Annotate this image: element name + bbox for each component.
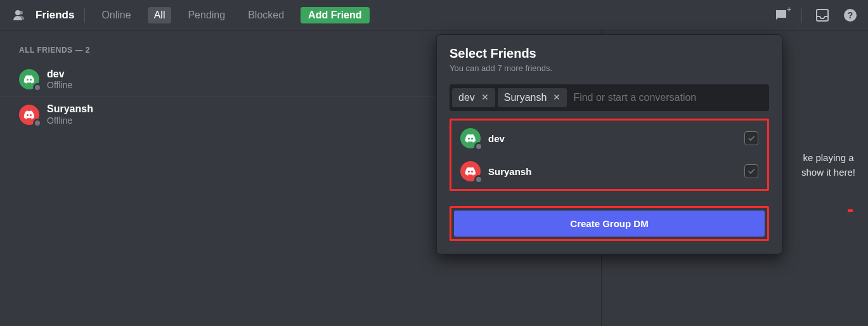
friend-search-bar[interactable]: dev Suryansh: [450, 84, 769, 111]
activity-hint-line: show it here!: [801, 166, 855, 180]
friends-icon: [10, 8, 25, 23]
candidate-name: dev: [488, 133, 505, 144]
chip-label: dev: [458, 92, 475, 103]
friend-search-input[interactable]: [569, 89, 767, 106]
divider: [801, 8, 802, 23]
new-group-dm-icon[interactable]: +: [774, 8, 789, 23]
avatar: [19, 105, 39, 125]
popout-subtitle: You can add 7 more friends.: [450, 63, 769, 73]
avatar: [19, 69, 39, 89]
avatar: [460, 128, 481, 148]
candidate-list: dev Suryansh: [450, 119, 769, 191]
inbox-icon[interactable]: [815, 8, 830, 23]
toolbar-right: + ?: [774, 8, 858, 23]
candidate-name: Suryansh: [488, 166, 531, 177]
tab-pending[interactable]: Pending: [181, 7, 231, 23]
help-icon[interactable]: ?: [843, 8, 858, 23]
activity-hint-line: ke playing a: [801, 151, 855, 166]
candidate-checkbox[interactable]: [744, 131, 758, 145]
selected-chip: Suryansh: [498, 88, 567, 107]
friend-info: Suryansh Offline: [47, 103, 93, 125]
svg-text:?: ?: [848, 10, 853, 20]
activity-hint: ke playing a show it here!: [801, 151, 855, 179]
status-offline-icon: [474, 142, 483, 151]
toolbar-left: Friends Online All Pending Blocked Add F…: [10, 7, 370, 23]
selected-chip: dev: [452, 88, 495, 107]
divider: [84, 8, 85, 23]
status-offline-icon: [33, 83, 42, 92]
avatar: [460, 161, 481, 181]
friend-info: dev Offline: [47, 68, 72, 90]
svg-rect-0: [817, 10, 828, 21]
create-group-dm-button[interactable]: Create Group DM: [454, 211, 765, 237]
chip-remove-icon[interactable]: [553, 92, 560, 103]
friend-name: Suryansh: [47, 103, 93, 115]
popout-title: Select Friends: [450, 46, 769, 61]
friend-name: dev: [47, 68, 72, 80]
create-button-highlight: Create Group DM: [450, 206, 769, 241]
select-friends-popout: Select Friends You can add 7 more friend…: [436, 34, 782, 254]
candidate-row[interactable]: Suryansh: [453, 155, 766, 188]
page-title: Friends: [36, 9, 74, 22]
status-offline-icon: [474, 175, 483, 184]
chip-remove-icon[interactable]: [481, 92, 489, 103]
tab-online[interactable]: Online: [95, 7, 137, 23]
friend-status: Offline: [47, 80, 72, 90]
add-friend-button[interactable]: Add Friend: [301, 7, 369, 23]
friend-status: Offline: [47, 115, 93, 126]
candidate-checkbox[interactable]: [744, 164, 758, 178]
tab-all[interactable]: All: [148, 7, 172, 23]
candidate-row[interactable]: dev: [453, 122, 766, 155]
tab-blocked[interactable]: Blocked: [242, 7, 290, 23]
status-offline-icon: [33, 119, 42, 127]
top-toolbar: Friends Online All Pending Blocked Add F…: [0, 0, 868, 30]
annotation-mark: [848, 209, 853, 212]
chip-label: Suryansh: [504, 92, 547, 103]
